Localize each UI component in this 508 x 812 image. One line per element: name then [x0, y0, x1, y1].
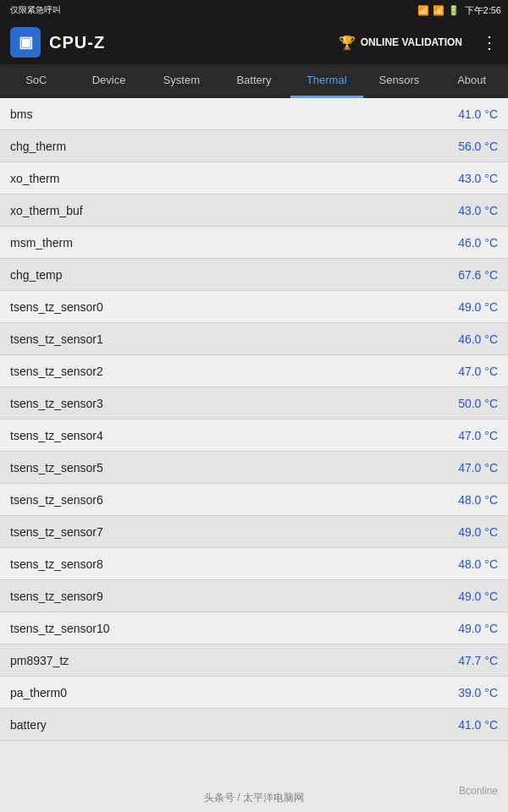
table-row: pm8937_tz47.7 °C [0, 645, 508, 677]
watermark-bottom: 头条号 / 太平洋电脑网 [204, 791, 304, 805]
status-time: 下午2:56 [465, 4, 501, 17]
table-row: chg_therm56.0 °C [0, 130, 508, 162]
tab-bar: SoCDeviceSystemBatteryThermalSensorsAbou… [0, 64, 508, 98]
table-row: tsens_tz_sensor350.0 °C [0, 387, 508, 420]
row-label: tsens_tz_sensor5 [10, 461, 430, 475]
row-value: 49.0 °C [430, 300, 498, 314]
row-label: tsens_tz_sensor1 [10, 332, 430, 346]
table-row: tsens_tz_sensor049.0 °C [0, 291, 508, 323]
table-row: tsens_tz_sensor447.0 °C [0, 420, 508, 452]
row-value: 49.0 °C [430, 590, 498, 603]
app-header: ▣ CPU-Z 🏆 ONLINE VALIDATION ⋮ [0, 20, 508, 64]
table-row: tsens_tz_sensor146.0 °C [0, 323, 508, 355]
row-label: tsens_tz_sensor4 [10, 429, 430, 442]
row-value: 41.0 °C [430, 107, 498, 121]
row-value: 47.7 °C [430, 654, 498, 667]
row-label: xo_therm_buf [10, 204, 430, 217]
row-label: pm8937_tz [10, 654, 430, 667]
row-label: chg_temp [10, 268, 430, 282]
table-row: bms41.0 °C [0, 98, 508, 130]
online-validation-button[interactable]: 🏆 ONLINE VALIDATION [339, 35, 462, 51]
row-label: tsens_tz_sensor3 [10, 397, 430, 410]
table-row: tsens_tz_sensor949.0 °C [0, 580, 508, 612]
cpu-logo-icon: ▣ [19, 33, 33, 52]
watermark-topright: Bconline [459, 785, 498, 797]
row-label: tsens_tz_sensor9 [10, 590, 430, 603]
table-row: tsens_tz_sensor848.0 °C [0, 548, 508, 580]
status-emergency-text: 仅限紧急呼叫 [7, 4, 412, 16]
table-row: tsens_tz_sensor1049.0 °C [0, 612, 508, 645]
table-row: tsens_tz_sensor547.0 °C [0, 452, 508, 484]
row-label: tsens_tz_sensor0 [10, 300, 430, 314]
row-value: 43.0 °C [430, 172, 498, 185]
tab-battery[interactable]: Battery [218, 64, 290, 98]
app-logo: ▣ [10, 27, 41, 58]
row-label: tsens_tz_sensor8 [10, 557, 430, 571]
table-row: tsens_tz_sensor749.0 °C [0, 516, 508, 548]
table-row: chg_temp67.6 °C [0, 259, 508, 291]
tab-sensors[interactable]: Sensors [363, 64, 436, 98]
row-value: 46.0 °C [430, 332, 498, 346]
row-label: msm_therm [10, 236, 430, 250]
tab-thermal[interactable]: Thermal [290, 64, 363, 98]
row-value: 47.0 °C [430, 429, 498, 442]
row-label: xo_therm [10, 172, 430, 185]
status-icons: 📶 📶 🔋 [417, 5, 460, 16]
row-value: 46.0 °C [430, 236, 498, 250]
table-row: xo_therm_buf43.0 °C [0, 195, 508, 227]
thermal-content: bms41.0 °Cchg_therm56.0 °Cxo_therm43.0 °… [0, 98, 508, 741]
row-label: chg_therm [10, 140, 430, 153]
table-row: battery41.0 °C [0, 709, 508, 741]
table-row: xo_therm43.0 °C [0, 162, 508, 195]
table-row: pa_therm039.0 °C [0, 677, 508, 709]
row-label: bms [10, 107, 430, 121]
row-label: pa_therm0 [10, 686, 430, 700]
row-value: 49.0 °C [430, 622, 498, 635]
row-label: battery [10, 718, 430, 732]
row-value: 47.0 °C [430, 365, 498, 378]
status-bar: 仅限紧急呼叫 📶 📶 🔋 下午2:56 [0, 0, 508, 20]
row-value: 56.0 °C [430, 140, 498, 153]
row-label: tsens_tz_sensor2 [10, 365, 430, 378]
row-value: 50.0 °C [430, 397, 498, 410]
row-label: tsens_tz_sensor7 [10, 525, 430, 539]
table-row: msm_therm46.0 °C [0, 227, 508, 259]
row-value: 48.0 °C [430, 557, 498, 571]
tab-about[interactable]: About [435, 64, 508, 98]
menu-button[interactable]: ⋮ [481, 32, 498, 52]
app-title: CPU-Z [49, 33, 330, 52]
tab-soc[interactable]: SoC [0, 64, 73, 98]
row-label: tsens_tz_sensor6 [10, 493, 430, 507]
row-value: 39.0 °C [430, 686, 498, 700]
row-value: 49.0 °C [430, 525, 498, 539]
battery-icon: 🔋 [448, 5, 460, 16]
row-value: 48.0 °C [430, 493, 498, 507]
trophy-icon: 🏆 [339, 35, 356, 51]
row-value: 67.6 °C [430, 268, 498, 282]
row-label: tsens_tz_sensor10 [10, 622, 430, 635]
tab-device[interactable]: Device [73, 64, 146, 98]
row-value: 43.0 °C [430, 204, 498, 217]
row-value: 41.0 °C [430, 718, 498, 732]
table-row: tsens_tz_sensor247.0 °C [0, 355, 508, 387]
table-row: tsens_tz_sensor648.0 °C [0, 484, 508, 516]
row-value: 47.0 °C [430, 461, 498, 475]
online-validation-label: ONLINE VALIDATION [361, 36, 462, 48]
sim-icon: 📶 [417, 5, 429, 16]
tab-system[interactable]: System [145, 64, 218, 98]
wifi-icon: 📶 [433, 5, 444, 16]
